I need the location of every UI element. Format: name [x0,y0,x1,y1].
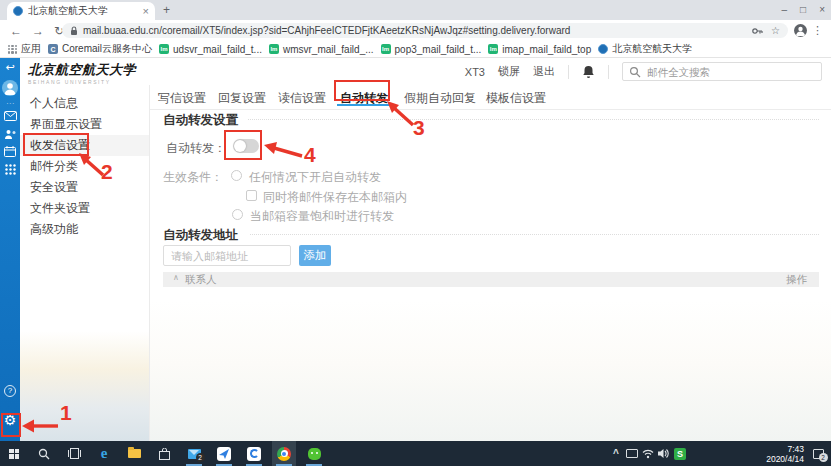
bookmark-star-icon[interactable]: ☆ [771,26,780,36]
checkbox-keep-copy[interactable] [246,190,257,201]
action-column-header: 操作 [786,273,807,287]
annotation-box-step4 [224,130,262,160]
buaa-logo: 北京航空航天大学 BEIHANG UNIVERSITY [28,61,136,85]
address-bar[interactable]: mail.buaa.edu.cn/coremail/XT5/index.jsp?… [62,23,788,38]
return-arrow-icon[interactable]: ↩ [0,61,20,74]
chevron-up-icon: ^ [613,448,619,459]
task-view-icon [68,448,81,459]
sidebar-item-folders[interactable]: 文件夹设置 [20,198,149,219]
bookmark-wmsvr[interactable]: lm wmsvr_mail_faild_... [269,44,374,55]
url-text: mail.buaa.edu.cn/coremail/XT5/index.jsp?… [83,25,747,36]
notification-badge: 2 [819,453,828,462]
close-tab-icon[interactable]: × [143,6,149,17]
user-avatar[interactable] [2,80,18,96]
thunder-app-button[interactable] [212,441,236,466]
address-table-header: ∧ 联系人 操作 [163,272,819,287]
tab-reply-settings[interactable]: 回复设置 [218,90,266,107]
forward-address-input[interactable] [163,245,291,266]
help-icon[interactable]: ? [4,385,16,397]
edge-button[interactable]: e [92,441,116,466]
mail-search-input[interactable] [647,63,819,80]
sidebar-item-profile[interactable]: 个人信息 [20,93,149,114]
contacts-icon[interactable] [0,128,20,142]
forward-settings-title: 自动转发设置 [163,112,238,129]
notification-bell-icon[interactable] [582,65,595,79]
avatar-person-icon [2,80,18,96]
store-button[interactable] [152,441,176,466]
start-button[interactable] [2,441,26,466]
bookmark-label: 应用 [21,42,41,56]
lm-icon: lm [381,44,391,54]
windows-logo-icon [9,449,19,459]
logout-link[interactable]: 退出 [533,64,555,79]
action-center-icon: 2 [813,449,824,459]
lm-icon: lm [269,44,279,54]
annotation-number-3: 3 [413,116,425,140]
app-rail: ↩ ⋯ ? ⚙ [0,58,20,441]
apps-icon[interactable] [0,164,20,178]
browser-tab-strip: 北京航空航天大学 × + – □ × [0,0,831,20]
bookmark-label: pop3_mail_faild_t... [395,44,482,55]
annotation-number-2: 2 [101,160,113,184]
sidebar-item-security[interactable]: 安全设置 [20,177,149,198]
bookmark-pop3[interactable]: lm pop3_mail_faild_t... [381,44,482,55]
radio-any-label: 任何情况下开启自动转发 [249,169,381,186]
add-address-button[interactable]: 添加 [299,245,331,266]
file-explorer-button[interactable] [122,441,146,466]
maximize-button[interactable]: □ [800,5,806,15]
action-center-button[interactable]: 2 [806,441,830,466]
sidebar-item-display[interactable]: 界面显示设置 [20,114,149,135]
search-icon [38,448,50,460]
back-icon[interactable]: ← [10,25,22,37]
bookmark-label: Coremail云服务中心 [62,42,152,56]
browser-menu-icon[interactable]: ⋮ [812,24,823,37]
radio-when-full[interactable] [232,209,243,220]
mail-search-box[interactable] [622,62,822,81]
taskbar-search-button[interactable] [32,441,56,466]
divider [248,119,819,120]
bookmark-udsvr[interactable]: lm udsvr_mail_faild_t... [159,44,262,55]
https-lock-icon [70,26,78,36]
mail-app-button[interactable]: 2 [182,441,206,466]
forward-icon[interactable]: → [32,25,44,37]
omnibox-actions: ☆ [752,26,780,36]
browser-tab[interactable]: 北京航空航天大学 × [7,2,155,20]
wechat-button[interactable] [302,441,326,466]
annotation-number-4: 4 [304,143,316,167]
close-window-button[interactable]: × [819,5,825,15]
window-controls: – □ × [782,0,825,20]
sidebar-item-advanced[interactable]: 高级功能 [20,219,149,240]
tab-compose-settings[interactable]: 写信设置 [158,90,206,107]
minimize-button[interactable]: – [782,5,788,15]
bookmark-imap[interactable]: lm imap_mail_faild_top [488,44,591,55]
password-key-icon[interactable] [752,26,763,36]
header-actions: XT3 锁屏 退出 [465,61,822,82]
windows-taskbar: e 2 ^ [0,441,831,466]
taskbar-clock[interactable]: 7:43 2020/4/14 [692,444,804,464]
lock-screen-link[interactable]: 锁屏 [498,64,520,79]
mail-icon[interactable] [0,110,20,124]
divider [250,234,819,235]
tab-template-settings[interactable]: 模板信设置 [486,90,546,107]
annotation-box-step3 [334,80,390,101]
profile-avatar[interactable] [794,24,807,37]
mail-badge: 2 [196,453,205,462]
bookmark-coremail[interactable]: C Coremail云服务中心 [48,42,152,56]
bookmark-buaa[interactable]: 北京航空航天大学 [598,42,692,56]
apps-shortcut[interactable]: 应用 [8,42,41,56]
annotation-number-1: 1 [60,401,72,425]
quark-app-button[interactable] [242,441,266,466]
bookmarks-bar: 应用 C Coremail云服务中心 lm udsvr_mail_faild_t… [0,41,831,58]
folder-icon [128,449,141,458]
bookmark-label: 北京航空航天大学 [612,42,692,56]
tab-read-settings[interactable]: 读信设置 [278,90,326,107]
bookmark-label: imap_mail_faild_top [502,44,591,55]
sort-caret-icon[interactable]: ∧ [173,273,179,282]
chrome-button[interactable] [272,441,296,466]
tray-sogou-button[interactable]: S [668,441,692,466]
calendar-icon[interactable] [0,146,20,160]
radio-any-condition[interactable] [231,170,242,181]
new-tab-button[interactable]: + [163,3,170,17]
logo-title: 北京航空航天大学 [28,61,136,79]
task-view-button[interactable] [62,441,86,466]
